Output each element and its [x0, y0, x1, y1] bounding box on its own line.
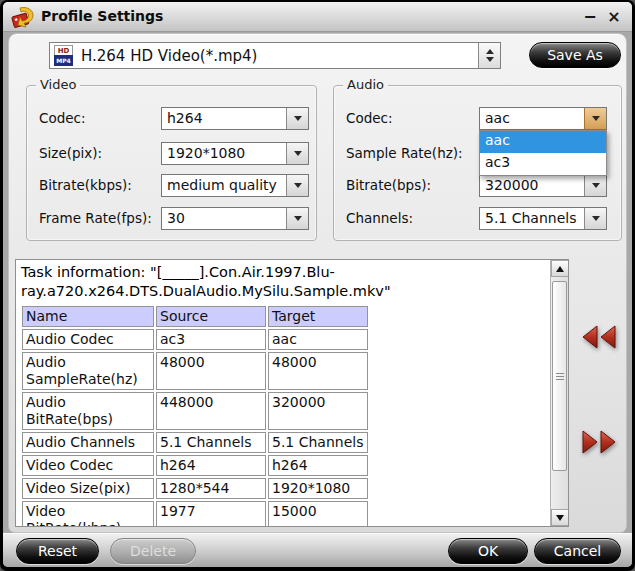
save-as-button[interactable]: Save As	[529, 42, 621, 68]
video-bitrate-label: Bitrate(kbps):	[39, 177, 132, 193]
reset-button[interactable]: Reset	[16, 538, 99, 564]
table-row: Audio Channels 5.1 Channels 5.1 Channels	[22, 432, 368, 453]
profile-select-value: H.264 HD Video(*.mp4)	[81, 47, 478, 65]
chevron-down-icon[interactable]	[584, 108, 606, 129]
window-title: Profile Settings	[41, 8, 163, 24]
footer-bar: Reset Delete OK Cancel	[3, 533, 632, 567]
scroll-down-icon[interactable]	[551, 509, 569, 526]
video-groupbox-legend: Video	[36, 77, 80, 92]
col-header-name: Name	[22, 306, 154, 327]
chevron-down-icon[interactable]	[286, 143, 308, 164]
ok-button[interactable]: OK	[448, 538, 528, 564]
scroll-up-icon[interactable]	[551, 260, 569, 277]
task-information-panel: Task information: "[_____].Con.Air.1997.…	[15, 259, 569, 527]
content-panel: HD MP4 H.264 HD Video(*.mp4) Save As Vid…	[8, 33, 627, 533]
transfer-left-button[interactable]	[579, 323, 619, 351]
video-codec-select[interactable]: h264	[161, 107, 309, 130]
task-table: Name Source Target Audio Codec ac3 aac A…	[20, 304, 370, 527]
codec-dropdown-list: aac ac3	[479, 130, 607, 176]
app-icon	[10, 5, 36, 30]
mp4-format-icon: HD MP4	[54, 45, 73, 66]
minimize-button[interactable]: −	[581, 6, 599, 26]
chevron-down-icon[interactable]	[584, 208, 606, 229]
profile-settings-dialog: Profile Settings − × HD MP4 H.264 HD Vid…	[0, 0, 635, 571]
profile-spinner-icon[interactable]	[478, 43, 500, 68]
video-framerate-label: Frame Rate(fps):	[39, 210, 152, 226]
audio-bitrate-label: Bitrate(bps):	[346, 177, 431, 193]
table-header-row: Name Source Target	[22, 306, 368, 327]
table-row: Video Size(pix) 1280*544 1920*1080	[22, 478, 368, 499]
task-information-text: Task information: "[_____].Con.Air.1997.…	[21, 263, 541, 301]
table-row: Audio BitRate(bps) 448000 320000	[22, 392, 368, 430]
video-framerate-select[interactable]: 30	[161, 207, 309, 230]
double-right-arrow-icon	[579, 428, 619, 456]
table-row: Video Codec h264 h264	[22, 455, 368, 476]
close-button[interactable]: ×	[605, 6, 623, 26]
video-codec-label: Codec:	[39, 110, 86, 126]
cancel-button[interactable]: Cancel	[534, 538, 621, 564]
audio-bitrate-select[interactable]: 320000	[479, 174, 607, 197]
audio-samplerate-label: Sample Rate(hz):	[346, 145, 463, 161]
col-header-source: Source	[156, 306, 266, 327]
table-row: Audio SampleRate(hz) 48000 48000	[22, 352, 368, 390]
chevron-down-icon[interactable]	[286, 108, 308, 129]
transfer-right-button[interactable]	[579, 428, 619, 456]
video-bitrate-select[interactable]: medium quality	[161, 174, 309, 197]
dropdown-option-ac3[interactable]: ac3	[480, 153, 606, 175]
vertical-scrollbar[interactable]	[550, 260, 568, 526]
dialog-frame: Profile Settings − × HD MP4 H.264 HD Vid…	[3, 2, 632, 567]
thumb-grip-icon	[556, 376, 564, 377]
col-header-target: Target	[268, 306, 368, 327]
audio-channels-select[interactable]: 5.1 Channels	[479, 207, 607, 230]
chevron-down-icon[interactable]	[286, 175, 308, 196]
chevron-down-icon[interactable]	[286, 208, 308, 229]
scrollbar-thumb[interactable]	[552, 281, 567, 471]
double-left-arrow-icon	[579, 323, 619, 351]
delete-button: Delete	[110, 538, 196, 564]
table-row: Video BitRate(kbps) 1977 15000	[22, 501, 368, 527]
audio-groupbox-legend: Audio	[343, 77, 388, 92]
chevron-down-icon[interactable]	[584, 175, 606, 196]
audio-codec-select[interactable]: aac	[479, 107, 607, 130]
video-size-label: Size(pix):	[39, 145, 102, 161]
table-row: Audio Codec ac3 aac	[22, 329, 368, 350]
profile-select[interactable]: HD MP4 H.264 HD Video(*.mp4)	[49, 42, 501, 69]
video-size-select[interactable]: 1920*1080	[161, 142, 309, 165]
title-bar: Profile Settings − ×	[3, 2, 632, 32]
dropdown-option-aac[interactable]: aac	[480, 131, 606, 153]
audio-channels-label: Channels:	[346, 210, 413, 226]
audio-codec-label: Codec:	[346, 110, 393, 126]
